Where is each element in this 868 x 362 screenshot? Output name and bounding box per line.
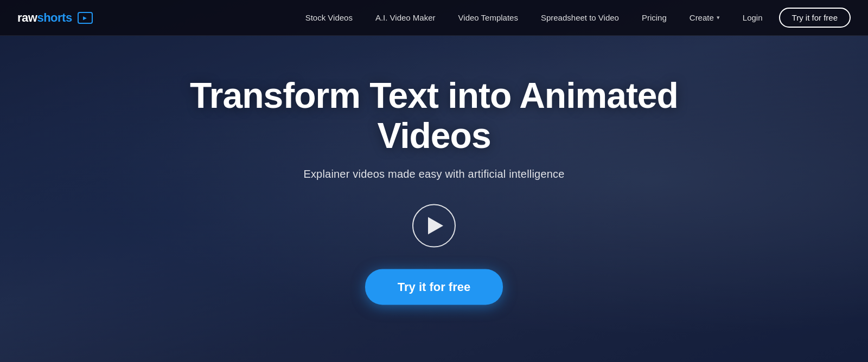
- nav-item-video-templates[interactable]: Video Templates: [448, 0, 529, 36]
- nav-item-pricing[interactable]: Pricing: [631, 0, 678, 36]
- chevron-down-icon: ▾: [717, 14, 720, 21]
- nav-links: Stock Videos A.I. Video Maker Video Temp…: [295, 0, 851, 36]
- nav-item-create[interactable]: Create ▾: [679, 0, 731, 36]
- nav-item-ai-video-maker[interactable]: A.I. Video Maker: [365, 0, 446, 36]
- logo[interactable]: rawshorts: [17, 11, 93, 25]
- hero-cta-button[interactable]: Try it for free: [365, 269, 503, 305]
- play-button[interactable]: [412, 204, 456, 247]
- logo-raw-text: raw: [17, 11, 37, 24]
- main-nav: rawshorts Stock Videos A.I. Video Maker …: [0, 0, 868, 36]
- nav-item-spreadsheet-to-video[interactable]: Spreadsheet to Video: [530, 0, 630, 36]
- hero-content: Transform Text into Animated Videos Expl…: [190, 76, 678, 305]
- hero-section: rawshorts Stock Videos A.I. Video Maker …: [0, 0, 868, 362]
- nav-login[interactable]: Login: [732, 0, 774, 36]
- hero-subtitle: Explainer videos made easy with artifici…: [190, 167, 678, 180]
- logo-shorts-text: shorts: [37, 11, 72, 24]
- nav-try-free-button[interactable]: Try it for free: [779, 8, 851, 28]
- play-triangle-icon: [428, 217, 443, 234]
- hero-title: Transform Text into Animated Videos: [190, 76, 678, 156]
- create-label: Create: [690, 13, 714, 22]
- nav-item-stock-videos[interactable]: Stock Videos: [295, 0, 363, 36]
- logo-play-icon: [78, 12, 93, 24]
